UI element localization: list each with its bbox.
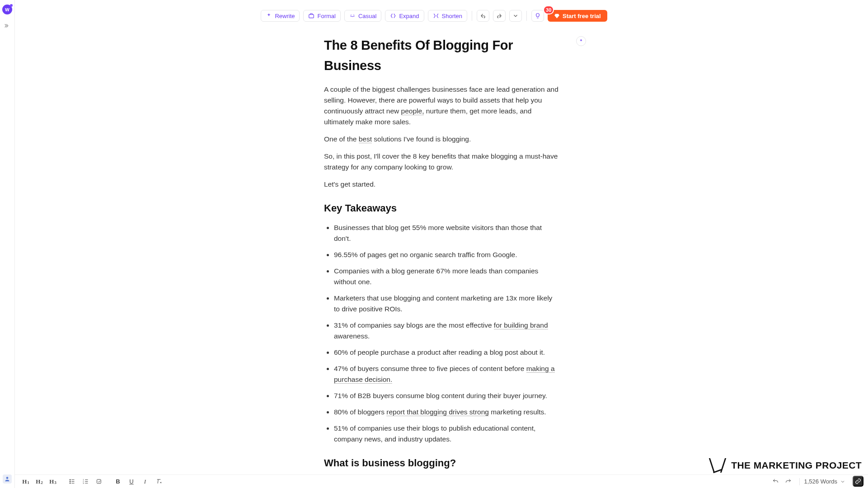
bullet-list-button[interactable]: [66, 476, 78, 487]
paragraph[interactable]: Let's get started.: [324, 179, 559, 190]
formal-button[interactable]: Formal: [303, 10, 340, 22]
user-avatar[interactable]: [3, 474, 12, 483]
redo-button[interactable]: [782, 476, 795, 487]
svg-rect-1: [309, 14, 314, 18]
checklist-button[interactable]: [93, 476, 105, 487]
svg-point-3: [70, 479, 70, 480]
paragraph[interactable]: A couple of the biggest challenges busin…: [324, 84, 559, 127]
trial-days-badge: 30: [543, 5, 554, 14]
document-scroll-area[interactable]: The 8 Benefits Of Blogging For Business …: [15, 0, 868, 474]
expand-icon: [390, 13, 396, 19]
rewrite-label: Rewrite: [275, 13, 295, 19]
document-title[interactable]: The 8 Benefits Of Blogging For Business: [324, 35, 559, 76]
svg-rect-15: [97, 479, 101, 483]
toolbar-divider: [472, 11, 472, 21]
svg-text:3: 3: [83, 482, 84, 484]
list-item[interactable]: 47% of buyers consume three to five piec…: [334, 363, 559, 385]
paragraph[interactable]: One of the best solutions I've found is …: [324, 134, 559, 145]
expand-sidebar-button[interactable]: [4, 23, 10, 31]
casual-button[interactable]: Casual: [344, 10, 381, 22]
word-count-label: 1,526 Words: [804, 478, 837, 485]
list-item[interactable]: 80% of bloggers report that blogging dri…: [334, 407, 559, 418]
list-item[interactable]: 96.55% of pages get no organic search tr…: [334, 249, 559, 260]
paragraph[interactable]: So, in this post, I'll cover the 8 key b…: [324, 151, 559, 173]
link-tool-button[interactable]: [853, 476, 863, 487]
toolbar-divider: [526, 11, 527, 21]
svg-point-7: [70, 483, 70, 483]
bold-button[interactable]: B: [112, 476, 124, 487]
list-item[interactable]: 60% of people purchase a product after r…: [334, 347, 559, 358]
inline-link[interactable]: for building brand: [494, 321, 548, 329]
app-logo-letter: w: [5, 6, 9, 13]
more-options-button[interactable]: [509, 10, 522, 22]
clear-format-button[interactable]: [152, 476, 165, 487]
svg-point-5: [70, 481, 70, 482]
numbered-list-button[interactable]: 123: [79, 476, 92, 487]
heading[interactable]: Key Takeaways: [324, 201, 559, 216]
casual-icon: [349, 13, 356, 19]
svg-point-0: [6, 477, 9, 479]
format-toolbar: H1 H2 H3 123 B U I 1,526 Words: [15, 474, 868, 488]
ai-suggestions-button[interactable]: [531, 10, 544, 22]
expand-label: Expand: [399, 13, 419, 19]
chevron-down-icon: [840, 479, 845, 484]
shorten-icon: [433, 13, 439, 19]
underline-button[interactable]: U: [125, 476, 138, 487]
heading1-button[interactable]: H1: [19, 476, 32, 487]
expand-button[interactable]: Expand: [385, 10, 424, 22]
italic-button[interactable]: I: [139, 476, 151, 487]
app-logo[interactable]: w: [2, 5, 12, 14]
divider: [799, 478, 800, 485]
heading[interactable]: What is business blogging?: [324, 455, 559, 471]
left-sidebar: w: [0, 0, 15, 488]
heading2-button[interactable]: H2: [33, 476, 46, 487]
cycle-back-button[interactable]: [477, 10, 489, 22]
casual-label: Casual: [358, 13, 376, 19]
list-item[interactable]: Companies with a blog generate 67% more …: [334, 266, 559, 287]
bullet-list[interactable]: Businesses that blog get 55% more websit…: [324, 222, 559, 445]
list-item[interactable]: 51% of companies use their blogs to publ…: [334, 423, 559, 445]
list-item[interactable]: Marketers that use blogging and content …: [334, 293, 559, 314]
shorten-button[interactable]: Shorten: [428, 10, 468, 22]
list-item[interactable]: Businesses that blog get 55% more websit…: [334, 222, 559, 244]
brand-watermark-text: THE MARKETING PROJECT: [731, 460, 862, 471]
inline-link[interactable]: people,: [401, 107, 424, 115]
cycle-forward-button[interactable]: [493, 10, 506, 22]
undo-button[interactable]: [769, 476, 782, 487]
rewrite-button[interactable]: Rewrite: [261, 10, 300, 22]
formal-label: Formal: [317, 13, 335, 19]
sparkle-icon: [266, 13, 272, 19]
start-trial-button[interactable]: Start free trial: [548, 10, 607, 22]
brand-mark-icon: [708, 457, 727, 474]
list-item[interactable]: 31% of companies say blogs are the most …: [334, 320, 559, 342]
heading3-button[interactable]: H3: [47, 476, 59, 487]
diamond-icon: [554, 13, 560, 19]
start-trial-label: Start free trial: [563, 13, 601, 19]
briefcase-icon: [308, 13, 314, 19]
inline-link[interactable]: best: [359, 135, 372, 143]
word-count-dropdown[interactable]: 1,526 Words: [804, 478, 845, 485]
add-block-button[interactable]: [576, 36, 586, 46]
shorten-label: Shorten: [442, 13, 463, 19]
list-item[interactable]: 71% of B2B buyers consume blog content d…: [334, 390, 559, 401]
brand-watermark: THE MARKETING PROJECT: [708, 457, 862, 474]
inline-link[interactable]: report that blogging drives strong: [386, 408, 489, 416]
